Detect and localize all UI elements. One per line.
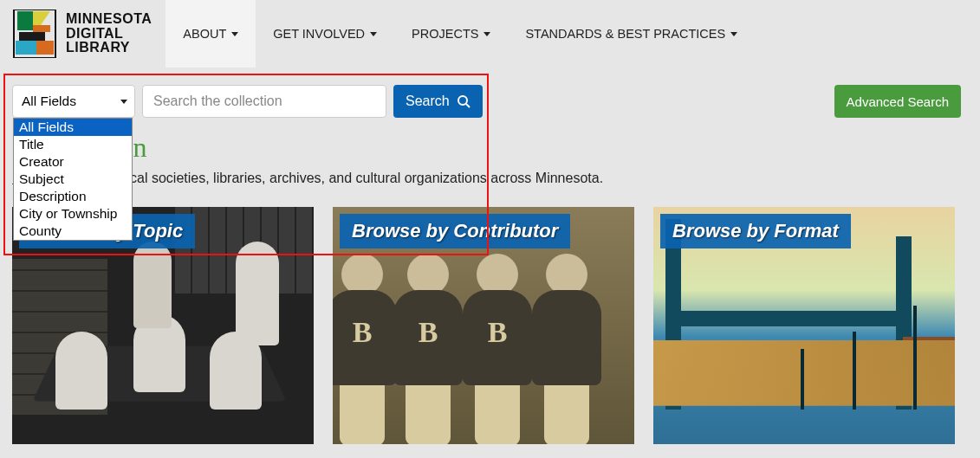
svg-marker-0 xyxy=(17,11,33,30)
search-bar: All Fields All Fields Title Creator Subj… xyxy=(12,85,961,118)
caret-down-icon xyxy=(484,32,490,36)
search-input[interactable] xyxy=(142,85,386,118)
header: MINNESOTA DIGITAL LIBRARY ABOUT GET INVO… xyxy=(0,0,980,68)
svg-marker-1 xyxy=(33,11,50,25)
search-icon xyxy=(457,94,471,108)
card-browse-topic[interactable]: Browse by Topic xyxy=(12,207,314,444)
search-field-dropdown: All Fields Title Creator Subject Descrip… xyxy=(13,118,133,241)
svg-point-7 xyxy=(458,96,467,105)
search-button[interactable]: Search xyxy=(393,85,483,118)
field-option-city[interactable]: City or Township xyxy=(14,205,132,223)
card-browse-format[interactable]: Browse by Format xyxy=(653,207,955,444)
caret-down-icon xyxy=(370,32,377,36)
field-option-all-fields[interactable]: All Fields xyxy=(14,119,132,136)
field-option-subject[interactable]: Subject xyxy=(14,171,132,188)
caret-down-icon xyxy=(231,32,238,36)
svg-rect-5 xyxy=(36,41,54,55)
svg-line-8 xyxy=(466,104,470,107)
card-label: Browse by Contributor xyxy=(352,220,558,242)
card-label: Browse by Format xyxy=(672,220,839,242)
nav-projects[interactable]: PROJECTS xyxy=(394,0,508,68)
brand-logo[interactable]: MINNESOTA DIGITAL LIBRARY xyxy=(0,10,165,58)
field-option-county[interactable]: County xyxy=(14,223,132,240)
browse-cards: Browse by Topic Browse by Contributor Br… xyxy=(12,207,961,444)
nav-standards[interactable]: STANDARDS & BEST PRACTICES xyxy=(508,0,755,68)
caret-down-icon xyxy=(730,32,737,36)
mn-logo-icon xyxy=(12,10,57,58)
chevron-down-icon xyxy=(120,100,127,104)
field-option-description[interactable]: Description xyxy=(14,188,132,205)
advanced-search-button[interactable]: Advanced Search xyxy=(834,85,961,118)
brand-text: MINNESOTA DIGITAL LIBRARY xyxy=(66,12,152,55)
page-title: e Collection xyxy=(12,132,961,164)
primary-nav: ABOUT GET INVOLVED PROJECTS STANDARDS & … xyxy=(165,0,755,68)
card-browse-contributor[interactable]: Browse by Contributor xyxy=(333,207,634,444)
svg-rect-4 xyxy=(16,41,36,55)
nav-about[interactable]: ABOUT xyxy=(165,0,256,68)
nav-get-involved[interactable]: GET INVOLVED xyxy=(256,0,394,68)
field-option-title[interactable]: Title xyxy=(14,136,132,153)
search-field-select[interactable]: All Fields xyxy=(12,85,135,118)
svg-marker-2 xyxy=(33,25,50,32)
main-content: All Fields All Fields Title Creator Subj… xyxy=(0,68,980,444)
intro-text: ms from 203 historical societies, librar… xyxy=(12,171,961,186)
svg-rect-3 xyxy=(19,32,45,41)
field-option-creator[interactable]: Creator xyxy=(14,153,132,171)
